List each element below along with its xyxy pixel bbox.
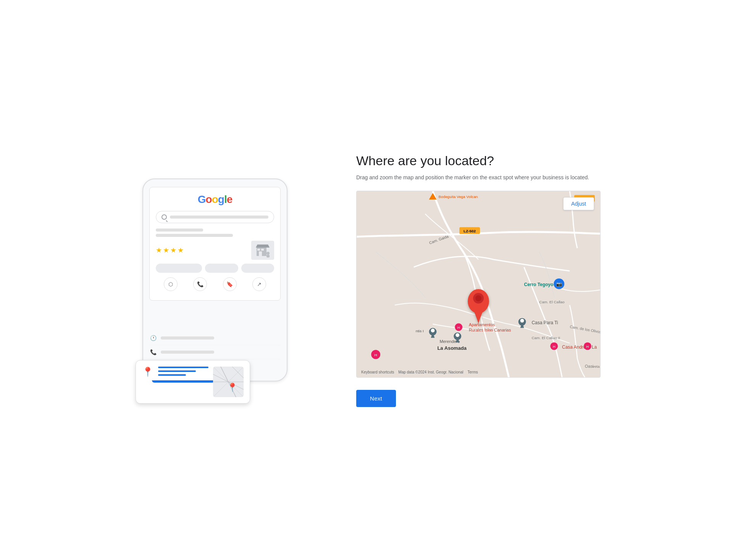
location-card: 📍 xyxy=(136,360,250,404)
mini-map-thumbnail: 📍 xyxy=(213,367,244,397)
veta-label: veta xyxy=(593,364,600,369)
google-logo: G o o g l e xyxy=(156,193,274,206)
phone-icon: 📞 xyxy=(193,277,207,291)
phone-mockup-area: G o o g l e xyxy=(142,179,326,381)
location-card-lines xyxy=(158,367,208,377)
la-asomada-label: La Asomada xyxy=(437,345,467,351)
svg-rect-2 xyxy=(257,249,260,251)
circle-icons-row: ⬡ 📞 🔖 ↗ xyxy=(156,277,274,291)
ntis-label: ntis I xyxy=(416,329,424,333)
apartamentos-label2: Rurales Islas Canarias xyxy=(469,328,511,333)
svg-marker-4 xyxy=(256,245,270,248)
page-title: Where are you located? xyxy=(356,153,601,169)
stars-business-row: ★ ★ ★ ★ xyxy=(156,241,274,260)
share-icon: ↗ xyxy=(252,277,266,291)
svg-point-23 xyxy=(520,319,524,323)
svg-point-36 xyxy=(475,295,481,301)
red-pin-small: 📍 xyxy=(227,383,237,393)
la-partial-label: La xyxy=(592,344,597,350)
cerro-tegoyo-label: Cerro Tegoyo xyxy=(524,282,554,287)
pill-buttons-row xyxy=(156,264,274,273)
svg-text:H: H xyxy=(553,345,555,349)
phone-outer: G o o g l e xyxy=(142,179,288,381)
business-thumbnail xyxy=(251,241,274,260)
adjust-button[interactable]: Adjust xyxy=(563,197,594,210)
map-svg: LZ-502 LZ-501 Bodeguita Vega Volcan Cam.… xyxy=(357,191,600,377)
svg-text:H: H xyxy=(586,345,589,349)
clock-icon: 🕐 xyxy=(149,334,157,342)
location-pin-icon: 📍 xyxy=(142,367,153,377)
map-container[interactable]: LZ-502 LZ-501 Bodeguita Vega Volcan Cam.… xyxy=(356,191,601,378)
hours-row: 🕐 xyxy=(149,331,281,345)
svg-text:H: H xyxy=(375,353,377,357)
svg-point-27 xyxy=(455,333,459,337)
search-icon xyxy=(162,214,167,220)
svg-point-5 xyxy=(267,252,270,255)
map-shortcuts: Keyboard shortcuts Map data ©2024 Inst. … xyxy=(361,370,478,374)
svg-rect-1 xyxy=(259,251,262,256)
page-description: Drag and zoom the map and position the m… xyxy=(356,173,601,182)
svg-rect-6 xyxy=(267,255,270,257)
svg-rect-3 xyxy=(261,249,264,251)
svg-text:H: H xyxy=(457,326,460,330)
phone-row: 📞 xyxy=(149,345,281,359)
phone-small-icon: 📞 xyxy=(149,348,157,356)
apartamentos-label: Apartamentos xyxy=(469,322,495,327)
phone-inner: G o o g l e xyxy=(149,187,281,301)
content-lines xyxy=(156,229,274,237)
cam-callao-label: Cam. El Callao xyxy=(539,300,565,304)
lz502-label: LZ-502 xyxy=(464,229,476,233)
cam-callao-ii-label: Cam. El Callao II xyxy=(531,336,560,340)
search-bar-mock xyxy=(156,211,274,223)
casa-para-ti-label: Casa Para Ti xyxy=(531,320,558,325)
bodeguita-label: Bodeguita Vega Volcan xyxy=(438,195,478,199)
next-button[interactable]: Next xyxy=(356,390,396,407)
directions-icon: ⬡ xyxy=(164,277,178,291)
stars-mock: ★ ★ ★ ★ xyxy=(156,246,184,254)
bookmark-icon: 🔖 xyxy=(223,277,237,291)
page-container: G o o g l e xyxy=(104,153,639,407)
svg-point-25 xyxy=(431,329,435,333)
svg-text:📷: 📷 xyxy=(556,281,562,287)
right-content: Where are you located? Drag and zoom the… xyxy=(356,153,601,407)
